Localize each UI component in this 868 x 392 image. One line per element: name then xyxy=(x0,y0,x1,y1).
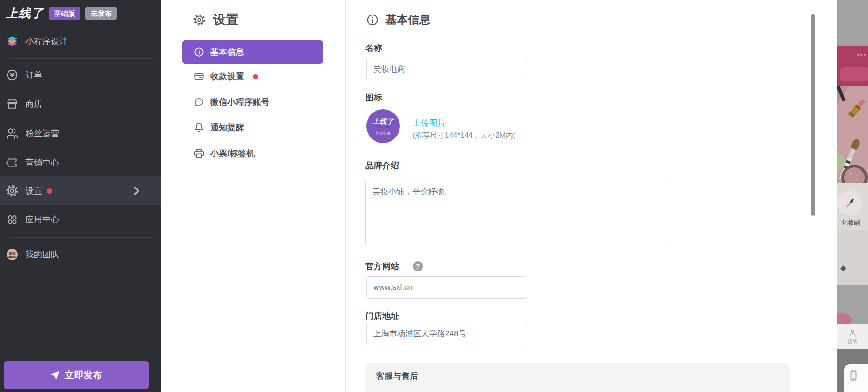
gear-icon xyxy=(193,14,205,26)
preview-photo-block xyxy=(837,285,868,324)
help-icon[interactable]: ? xyxy=(413,261,423,271)
address-label: 门店地址 xyxy=(365,310,399,322)
preview-search-bar xyxy=(840,67,868,81)
avatar-shop-text: 美妆电商 xyxy=(376,131,391,136)
fans-icon xyxy=(6,128,18,140)
preview-header xyxy=(837,46,868,86)
sidebar-item-design[interactable]: 小程序设计 xyxy=(0,27,161,56)
preview-category-section: 化妆刷 xyxy=(837,183,868,230)
info-icon xyxy=(194,47,204,57)
publish-button-label: 立即发布 xyxy=(65,369,102,382)
nav-item-printer[interactable]: 小票/标签机 xyxy=(182,143,323,164)
sidebar-item-orders[interactable]: ¥ 订单 xyxy=(0,60,161,90)
makeup-brush-icon xyxy=(843,196,857,211)
more-dots-icon xyxy=(857,54,866,56)
nav-item-label: 收款设置 xyxy=(210,71,244,82)
sidebar-item-settings[interactable]: 设置 xyxy=(0,176,161,205)
sidebar-item-label: 粉丝运营 xyxy=(25,128,59,139)
publish-button[interactable]: 立即发布 xyxy=(4,361,149,389)
app-icon-avatar: 上线了 SXL.CN 美妆电商 xyxy=(366,109,400,143)
layers-icon xyxy=(6,35,18,47)
upload-image-link[interactable]: 上传图片 xyxy=(412,117,446,128)
address-input[interactable] xyxy=(366,322,527,345)
sidebar: 上线了 基础版 未发布 小程序设计 ¥ 订单 xyxy=(0,0,161,392)
nav-item-label: 小票/标签机 xyxy=(210,148,255,159)
sidebar-divider xyxy=(9,237,155,238)
website-label: 官方网站 xyxy=(365,261,399,272)
preview-mid-section xyxy=(837,230,868,285)
preview-tabbar: 我的 xyxy=(837,324,868,349)
avatar-domain-text: SXL.CN xyxy=(376,125,390,129)
app-window: 上线了 基础版 未发布 小程序设计 ¥ 订单 xyxy=(0,0,868,392)
tab-label: 我的 xyxy=(847,339,858,346)
sidebar-item-label: 商店 xyxy=(25,98,42,110)
panel-divider xyxy=(345,0,346,392)
svg-text:¥: ¥ xyxy=(10,72,14,79)
person-icon xyxy=(848,328,857,338)
gear-icon xyxy=(6,185,18,197)
apps-icon xyxy=(6,213,18,226)
customer-service-section-header: 客服与售后 xyxy=(365,363,790,392)
form-title: 基本信息 xyxy=(385,12,430,27)
avatar-logo-text: 上线了 xyxy=(373,117,394,125)
brand-label: 品牌介绍 xyxy=(365,160,399,171)
settings-nav-header: 设置 xyxy=(193,11,238,28)
preview-statusbar-area xyxy=(837,0,868,46)
pink-flower-blob xyxy=(837,313,852,325)
sidebar-item-label: 订单 xyxy=(25,69,42,81)
nav-item-label: 通知提醒 xyxy=(210,122,244,133)
section-title: 客服与售后 xyxy=(376,371,418,381)
name-label: 名称 xyxy=(365,42,382,53)
info-icon xyxy=(366,14,379,26)
category-circle xyxy=(837,191,862,216)
sidebar-item-store[interactable]: 商店 xyxy=(0,90,161,119)
rocket-icon xyxy=(51,371,60,380)
sidebar-item-fans[interactable]: 粉丝运营 xyxy=(0,119,161,148)
preview-banner-photo xyxy=(837,86,868,183)
category-label: 化妆刷 xyxy=(837,219,865,227)
sidebar-item-label: 设置 xyxy=(25,185,42,196)
upload-hint: (推荐尺寸144*144，大小2M内) xyxy=(412,131,516,141)
sidebar-item-team[interactable]: 我的团队 xyxy=(0,240,161,269)
diamond-ornament-icon xyxy=(840,265,846,271)
settings-nav-title: 设置 xyxy=(213,11,238,28)
app-logo: 上线了 xyxy=(6,5,44,22)
makeup-photo xyxy=(837,86,868,183)
sidebar-divider xyxy=(9,58,155,59)
smartphone-icon xyxy=(848,370,859,381)
nav-item-wechat-account[interactable]: 微信小程序账号 xyxy=(182,92,323,113)
store-icon xyxy=(6,98,18,110)
sidebar-item-label: 小程序设计 xyxy=(25,36,68,47)
name-input[interactable] xyxy=(366,58,527,80)
chevron-right-icon xyxy=(131,185,143,197)
sidebar-item-label: 营销中心 xyxy=(25,157,59,168)
yen-circle-icon: ¥ xyxy=(6,69,18,81)
chat-icon xyxy=(194,97,204,107)
icon-label: 图标 xyxy=(365,92,382,103)
nav-item-basic-info[interactable]: 基本信息 xyxy=(182,40,323,64)
logo-row: 上线了 基础版 未发布 xyxy=(6,5,117,22)
nav-item-payment[interactable]: 收款设置 xyxy=(182,66,323,87)
phone-preview-strip: 化妆刷 我的 xyxy=(837,0,868,392)
bell-icon xyxy=(194,122,204,133)
website-input[interactable] xyxy=(366,276,527,299)
nav-item-label: 微信小程序账号 xyxy=(210,97,269,108)
preview-bottom-area xyxy=(837,349,868,392)
settings-alert-dot xyxy=(47,188,52,194)
phone-preview-toggle[interactable] xyxy=(844,364,868,392)
sidebar-item-app-center[interactable]: 应用中心 xyxy=(0,205,161,234)
team-avatar xyxy=(6,249,18,261)
ticket-icon xyxy=(6,157,18,169)
printer-icon xyxy=(194,148,204,158)
nav-item-label: 基本信息 xyxy=(210,46,244,58)
card-icon xyxy=(194,71,204,82)
sidebar-item-marketing[interactable]: 营销中心 xyxy=(0,148,161,177)
publish-status-badge: 未发布 xyxy=(85,7,117,20)
sidebar-item-label: 应用中心 xyxy=(25,214,59,225)
nav-item-notifications[interactable]: 通知提醒 xyxy=(182,117,323,138)
brand-intro-textarea[interactable]: 美妆小铺，平价好物。 xyxy=(365,180,668,245)
form-header: 基本信息 xyxy=(366,12,430,27)
plan-badge: 基础版 xyxy=(49,7,80,20)
payment-alert-dot xyxy=(253,74,258,79)
scrollbar[interactable] xyxy=(811,14,815,216)
